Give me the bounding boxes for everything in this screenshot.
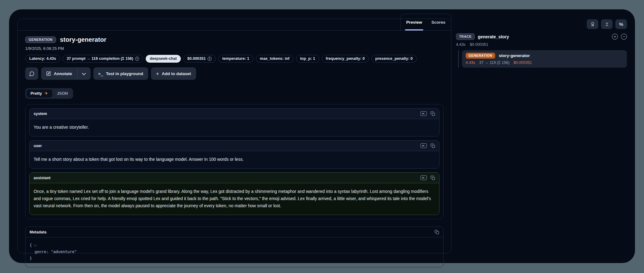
- tab-preview[interactable]: Preview: [406, 14, 422, 31]
- copy-icon[interactable]: [435, 230, 439, 234]
- observation-type-badge: GENERATION: [25, 36, 56, 43]
- markdown-toggle-icon[interactable]: M↓: [421, 111, 427, 116]
- pencil-square-icon: [46, 71, 51, 76]
- temperature-badge: temperature: 1: [218, 55, 253, 63]
- message-content: Tell me a short story about a token that…: [30, 151, 439, 168]
- metrics-pill-row: Latency: 4.43s 37 prompt → 119 completio…: [25, 55, 444, 63]
- generation-node-metrics: 4.43s 37 → 119 (Σ 156) $0.000351: [466, 60, 623, 65]
- chevron-down-icon: [82, 71, 86, 75]
- message-content: You are a creative storyteller.: [30, 119, 439, 136]
- message-role-label: user: [34, 144, 42, 148]
- node-latency: 4.43s: [466, 60, 475, 65]
- messages-container: system M↓ You are a creative storyteller…: [25, 104, 444, 219]
- expand-all-button[interactable]: +: [612, 34, 618, 40]
- copy-icon[interactable]: [430, 143, 435, 148]
- panel-header: Preview Scores: [18, 19, 451, 31]
- trace-cost: $0.000351: [470, 42, 488, 47]
- json-value: "adventure": [51, 249, 77, 254]
- copy-icon[interactable]: [430, 111, 435, 116]
- info-icon[interactable]: i: [135, 57, 139, 61]
- speech-bubble-icon: [29, 71, 35, 76]
- json-key: genre:: [35, 249, 49, 254]
- generation-type-badge: GENERATION: [466, 53, 495, 59]
- collapse-vertical-button[interactable]: [601, 19, 613, 29]
- markdown-toggle-icon[interactable]: M↓: [421, 143, 427, 148]
- presence-penalty-badge: presence_penalty: 0: [371, 55, 417, 63]
- collapse-json-icon[interactable]: [34, 243, 37, 247]
- generation-node-card[interactable]: GENERATION story-generator 4.43s 37 → 11…: [462, 50, 627, 68]
- sidebar-toolbar: %: [456, 19, 627, 29]
- toggle-metrics-button[interactable]: %: [615, 19, 627, 29]
- annotate-split-button: Annotate: [41, 67, 91, 80]
- view-mode-toggle: Pretty JSON: [25, 88, 73, 99]
- collapse-all-button[interactable]: −: [621, 34, 627, 40]
- timestamp: 1/9/2025, 6:08:25 PM: [25, 46, 444, 51]
- page-title: story-generator: [60, 36, 106, 43]
- comment-button[interactable]: [25, 67, 38, 80]
- assistant-message-card: assistant M↓ Once, a tiny token named Le…: [29, 172, 440, 215]
- terminal-icon: >_: [98, 71, 103, 76]
- node-tokens: 37 → 119 (Σ 156): [479, 60, 510, 65]
- metadata-card: Metadata { genre: "adventure" }: [25, 227, 444, 267]
- panel-content: GENERATION story-generator 1/9/2025, 6:0…: [18, 31, 451, 267]
- percent-icon: %: [619, 22, 623, 27]
- sparkle-icon: [44, 91, 48, 95]
- trace-type-badge: TRACE: [456, 33, 475, 40]
- annotate-button[interactable]: Annotate: [41, 67, 77, 80]
- user-message-card: user M↓ Tell me a short story about a to…: [29, 140, 440, 169]
- model-badge[interactable]: deepseek-chat: [146, 55, 181, 63]
- top-p-badge: top_p: 1: [296, 55, 319, 63]
- actions-row: Annotate >_ Test in playground + Add to …: [25, 67, 444, 80]
- tab-scores[interactable]: Scores: [431, 14, 445, 31]
- annotate-dropdown-button[interactable]: [78, 67, 91, 80]
- metadata-json: { genre: "adventure" }: [26, 237, 443, 267]
- markdown-toggle-icon[interactable]: M↓: [421, 175, 427, 180]
- tree-indent-line: [458, 50, 459, 68]
- minus-circle-icon: −: [623, 35, 625, 39]
- trace-tree-sidebar: % TRACE generate_story + − 4.43s $0.0003…: [456, 19, 627, 68]
- latency-badge: Latency: 4.43s: [25, 55, 60, 63]
- preview-scores-tabs: Preview Scores: [400, 14, 451, 31]
- annotation-queue-button[interactable]: [587, 19, 598, 29]
- collapse-vertical-icon: [604, 22, 609, 27]
- plus-icon: +: [156, 71, 159, 76]
- message-content: Once, a tiny token named Lex set off to …: [30, 183, 439, 215]
- trace-latency: 4.43s: [456, 42, 466, 47]
- toggle-json[interactable]: JSON: [53, 89, 72, 98]
- message-role-label: assistant: [34, 176, 50, 180]
- trace-root-row[interactable]: TRACE generate_story + −: [456, 33, 627, 40]
- trace-metrics: 4.43s $0.000351: [456, 42, 627, 47]
- trace-tree: GENERATION story-generator 4.43s 37 → 11…: [456, 50, 627, 68]
- toggle-pretty[interactable]: Pretty: [26, 89, 52, 98]
- system-message-card: system M↓ You are a creative storyteller…: [29, 108, 440, 136]
- app-window: Preview Scores GENERATION story-generato…: [9, 9, 635, 263]
- add-to-dataset-button[interactable]: + Add to dataset: [151, 67, 196, 80]
- test-in-playground-button[interactable]: >_ Test in playground: [93, 67, 148, 80]
- plus-circle-icon: +: [614, 35, 616, 39]
- frequency-penalty-badge: frequency_penalty: 0: [322, 55, 369, 63]
- generation-node-name: story-generator: [499, 53, 530, 58]
- award-ribbon-icon: [590, 22, 595, 27]
- info-icon[interactable]: i: [208, 57, 212, 61]
- metadata-title: Metadata: [30, 230, 46, 234]
- node-cost: $0.000351: [514, 60, 532, 65]
- observation-panel: Preview Scores GENERATION story-generato…: [17, 19, 451, 253]
- cost-badge: $0.000351 i: [183, 55, 216, 63]
- copy-icon[interactable]: [430, 175, 435, 180]
- token-usage-badge: 37 prompt → 119 completion (Σ 156) i: [63, 55, 143, 63]
- message-role-label: system: [34, 112, 47, 116]
- max-tokens-badge: max_tokens: inf: [256, 55, 294, 63]
- trace-name: generate_story: [478, 34, 509, 39]
